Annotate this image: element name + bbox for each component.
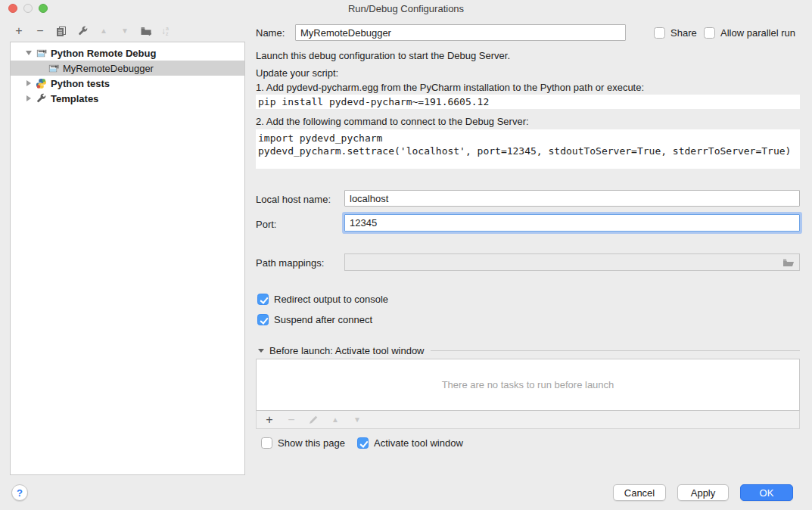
allow-parallel-run-label: Allow parallel run <box>720 27 795 39</box>
python-icon <box>35 77 47 89</box>
show-this-page-checkbox[interactable] <box>261 437 272 449</box>
move-task-down-icon[interactable]: ▼ <box>351 414 363 426</box>
chevron-right-icon[interactable] <box>23 80 35 86</box>
before-launch-toolbar: + − ▲ ▼ <box>256 411 800 429</box>
port-label: Port: <box>256 219 276 230</box>
wrench-icon <box>35 92 47 104</box>
redirect-output-label: Redirect output to console <box>274 294 388 305</box>
minimize-window-button[interactable] <box>23 4 33 13</box>
window-title: Run/Debug Configurations <box>0 0 812 17</box>
settrace-code-block: import pydevd_pycharm pydevd_pycharm.set… <box>256 129 800 169</box>
local-host-name-input[interactable] <box>344 190 800 207</box>
activate-tool-window-checkbox-row[interactable]: Activate tool window <box>357 437 463 449</box>
tree-item-label: MyRemoteDebugger <box>63 63 154 74</box>
local-host-name-label: Local host name: <box>256 194 331 205</box>
add-task-icon[interactable]: + <box>263 414 275 426</box>
settrace-code-line-2: pydevd_pycharm.settrace('localhost', por… <box>258 145 800 157</box>
ok-button[interactable]: OK <box>740 484 793 501</box>
move-up-icon[interactable]: ▲ <box>98 25 110 37</box>
move-task-up-icon[interactable]: ▲ <box>329 414 341 426</box>
suspend-after-connect-label: Suspend after connect <box>274 314 372 325</box>
remote-debug-icon <box>47 62 59 74</box>
tree-item-templates[interactable]: Templates <box>11 91 244 106</box>
port-input[interactable] <box>344 214 800 232</box>
show-this-page-checkbox-row[interactable]: Show this page <box>261 437 345 449</box>
remove-configuration-icon[interactable]: − <box>34 25 46 37</box>
cancel-button[interactable]: Cancel <box>613 484 666 501</box>
sort-configurations-icon[interactable]: ↓ az <box>161 26 175 36</box>
tree-item-label: Python tests <box>51 78 110 89</box>
allow-parallel-run-checkbox-row[interactable]: Allow parallel run <box>704 27 795 39</box>
before-launch-empty-text: There are no tasks to run before launch <box>442 379 614 390</box>
move-down-icon[interactable]: ▼ <box>119 25 131 37</box>
zoom-window-button[interactable] <box>39 4 48 13</box>
redirect-output-checkbox-row[interactable]: Redirect output to console <box>257 294 388 305</box>
share-checkbox[interactable] <box>654 27 665 39</box>
apply-button[interactable]: Apply <box>677 484 729 501</box>
configurations-tree: Python Remote Debug MyRemoteDebugger <box>10 42 245 475</box>
remove-task-icon[interactable]: − <box>285 414 297 426</box>
edit-task-icon[interactable] <box>307 414 319 426</box>
activate-tool-window-label: Activate tool window <box>374 437 463 449</box>
settrace-code-line-1: import pydevd_pycharm <box>258 132 800 145</box>
name-input[interactable] <box>295 24 626 41</box>
close-window-button[interactable] <box>8 4 17 13</box>
instruction-line-2: Update your script: <box>256 67 338 79</box>
name-label: Name: <box>256 27 285 39</box>
copy-configuration-icon[interactable] <box>55 25 67 37</box>
instruction-step-1: 1. Add pydevd-pycharm.egg from the PyCha… <box>256 82 644 93</box>
allow-parallel-run-checkbox[interactable] <box>704 27 715 39</box>
before-launch-section-header[interactable]: Before launch: Activate tool window <box>258 345 800 356</box>
remote-debug-icon <box>35 47 47 59</box>
chevron-down-icon[interactable] <box>23 51 35 55</box>
edit-templates-icon[interactable] <box>76 25 89 37</box>
add-configuration-icon[interactable]: + <box>13 25 25 37</box>
suspend-after-connect-checkbox[interactable] <box>257 314 269 325</box>
open-folder-icon[interactable] <box>782 258 795 267</box>
share-checkbox-row[interactable]: Share <box>654 27 697 39</box>
title-bar: Run/Debug Configurations <box>0 0 812 17</box>
tree-item-label: Python Remote Debug <box>51 48 156 59</box>
redirect-output-checkbox[interactable] <box>257 294 269 305</box>
tree-item-myremotedebugger[interactable]: MyRemoteDebugger <box>11 61 244 76</box>
section-divider <box>431 350 800 351</box>
instruction-line-1: Launch this debug configuration to start… <box>256 50 510 61</box>
path-mappings-field[interactable] <box>344 253 800 271</box>
pip-install-code: pip install pydevd-pycharm~=191.6605.12 <box>256 95 800 109</box>
share-label: Share <box>670 27 697 39</box>
help-button[interactable]: ? <box>11 484 28 501</box>
chevron-right-icon[interactable] <box>23 95 35 101</box>
activate-tool-window-checkbox[interactable] <box>357 437 369 449</box>
tree-item-python-remote-debug[interactable]: Python Remote Debug <box>11 45 244 61</box>
new-folder-icon[interactable] <box>140 25 152 37</box>
path-mappings-label: Path mappings: <box>256 257 324 269</box>
before-launch-task-list[interactable]: There are no tasks to run before launch <box>256 359 800 411</box>
tree-item-python-tests[interactable]: Python tests <box>11 76 244 91</box>
tree-item-label: Templates <box>51 93 98 104</box>
run-debug-configurations-dialog: Run/Debug Configurations + − ▲ ▼ <box>0 0 812 510</box>
configurations-toolbar: + − ▲ ▼ ↓ <box>13 23 175 39</box>
chevron-down-icon <box>258 349 264 353</box>
suspend-after-connect-checkbox-row[interactable]: Suspend after connect <box>257 314 372 325</box>
show-this-page-label: Show this page <box>278 437 345 449</box>
before-launch-title: Before launch: Activate tool window <box>269 345 425 356</box>
instruction-step-2: 2. Add the following command to connect … <box>256 116 529 127</box>
